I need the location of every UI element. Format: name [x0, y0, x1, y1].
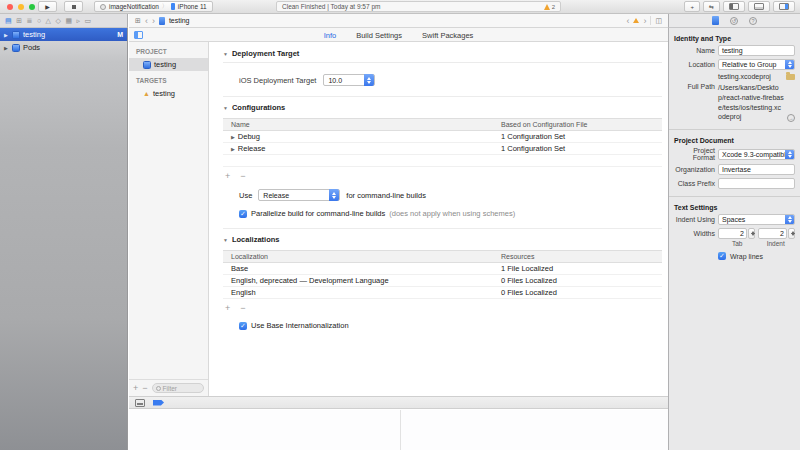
symbol-navigator-icon[interactable]: ≣ [27, 17, 33, 25]
column-resources: Resources [493, 251, 662, 263]
warning-badge[interactable]: 2 [544, 4, 555, 10]
hide-debug-area-icon[interactable] [135, 399, 145, 407]
project-navigator-icon[interactable]: ▤ [5, 17, 12, 25]
toggle-navigator-button[interactable] [723, 1, 745, 12]
full-path-label: Full Path [674, 83, 715, 90]
remove-target-button[interactable]: − [142, 384, 147, 393]
navigator-item-pods[interactable]: ▶ Pods [0, 41, 127, 54]
tab-build-settings[interactable]: Build Settings [356, 31, 402, 40]
tab-info[interactable]: Info [324, 31, 337, 40]
scheme-selector[interactable]: imageNotification 〉 iPhone 11 [94, 1, 213, 12]
disclosure-icon[interactable]: ▶ [231, 134, 235, 140]
minimize-button[interactable] [18, 4, 24, 10]
dropdown-arrows-icon[interactable] [785, 59, 794, 70]
organization-field[interactable]: Invertase [718, 164, 795, 175]
editor-mode-button[interactable]: ⇆ [703, 1, 720, 12]
reveal-arrow-icon[interactable]: → [787, 114, 795, 122]
tab-width-stepper[interactable]: 2 [718, 228, 755, 239]
indent-using-popup[interactable]: Spaces [718, 214, 795, 225]
tab-width-value[interactable]: 2 [718, 228, 747, 239]
wrap-lines-checkbox[interactable]: ✓ [718, 252, 726, 260]
back-button[interactable]: ‹ [145, 17, 148, 25]
test-navigator-icon[interactable]: ◇ [56, 17, 61, 25]
column-based-on: Based on Configuration File [493, 119, 662, 131]
indent-width-value[interactable]: 2 [758, 228, 787, 239]
dropdown-arrows-icon[interactable] [785, 214, 794, 225]
breakpoints-toggle-icon[interactable] [153, 400, 164, 406]
stop-button[interactable] [64, 1, 83, 12]
related-items-icon[interactable]: ⊞ [135, 17, 141, 25]
sidebar-item-target-testing[interactable]: ▲ testing [129, 87, 208, 100]
run-button[interactable]: ▶ [38, 1, 57, 12]
table-footer-row [223, 155, 662, 167]
add-target-button[interactable]: + [133, 384, 138, 393]
deployment-target-combo[interactable]: 10.0 [323, 74, 375, 86]
breakpoint-navigator-icon[interactable]: ▹ [77, 17, 81, 25]
table-row[interactable]: English, deprecated — Development Langua… [223, 275, 662, 287]
tab-swift-packages[interactable]: Swift Packages [422, 31, 473, 40]
file-inspector: Identity and Type Name testing Location … [668, 28, 800, 450]
add-configuration-button[interactable]: + [225, 172, 230, 181]
fullscreen-button[interactable] [29, 4, 35, 10]
popup-value: Release [263, 192, 289, 199]
sidebar-item-label: testing [153, 89, 175, 98]
xcode-window: ▶ imageNotification 〉 iPhone 11 Clean Fi… [0, 0, 800, 450]
base-internationalization-checkbox[interactable]: ✓ [239, 322, 247, 330]
filter-input[interactable]: Filter [152, 383, 204, 393]
remove-configuration-button[interactable]: − [240, 172, 245, 181]
name-field[interactable]: testing [718, 45, 795, 56]
location-popup[interactable]: Relative to Group [718, 59, 795, 70]
remove-localization-button[interactable]: − [240, 304, 245, 313]
debug-navigator-icon[interactable]: ▦ [65, 17, 72, 25]
report-navigator-icon[interactable]: ▭ [85, 17, 92, 25]
add-localization-button[interactable]: + [225, 304, 230, 313]
file-inspector-icon[interactable] [712, 16, 719, 25]
jumpbar-file-name[interactable]: testing [169, 17, 190, 24]
table-row[interactable]: ▶Release 1 Configuration Set [223, 143, 662, 155]
toggle-inspector-button[interactable] [773, 1, 795, 12]
disclosure-icon[interactable]: ▼ [223, 105, 228, 111]
dropdown-arrows-icon[interactable] [364, 74, 374, 86]
disclosure-icon[interactable]: ▶ [4, 32, 9, 38]
debug-area-divider[interactable] [400, 410, 401, 450]
navigator-pane-icon [729, 3, 739, 10]
folder-icon[interactable] [786, 74, 795, 80]
disclosure-icon[interactable]: ▶ [4, 45, 9, 51]
library-button[interactable]: + [684, 1, 700, 12]
parallelize-checkbox[interactable]: ✓ [239, 210, 247, 218]
previous-issue-button[interactable]: ‹ [626, 17, 629, 25]
sidebar-item-project-testing[interactable]: testing [129, 58, 208, 71]
source-control-navigator-icon[interactable]: ⊞ [16, 17, 22, 25]
dropdown-arrows-icon[interactable] [785, 149, 794, 160]
scheme-name[interactable]: imageNotification [109, 3, 159, 10]
class-prefix-field[interactable] [718, 178, 795, 189]
indent-width-stepper[interactable]: 2 [758, 228, 795, 239]
next-issue-button[interactable]: › [643, 17, 646, 25]
dropdown-arrows-icon[interactable] [329, 189, 339, 201]
inspector-tab-bar: ↺ ? [668, 14, 800, 28]
stepper-arrows-icon[interactable] [748, 228, 755, 239]
command-line-config-popup[interactable]: Release [258, 189, 340, 201]
disclosure-icon[interactable]: ▶ [231, 146, 235, 152]
table-row[interactable]: ▶Debug 1 Configuration Set [223, 131, 662, 143]
find-navigator-icon[interactable]: ○ [37, 17, 41, 24]
table-row[interactable]: English 0 Files Localized [223, 287, 662, 299]
quick-help-inspector-icon[interactable]: ? [749, 17, 757, 25]
use-label: Use [239, 191, 252, 200]
scheme-device[interactable]: iPhone 11 [178, 3, 207, 10]
play-icon: ▶ [45, 3, 50, 10]
stepper-arrows-icon[interactable] [788, 228, 795, 239]
history-inspector-icon[interactable]: ↺ [730, 17, 738, 25]
editor-layout-icon[interactable]: ◫ [655, 17, 662, 25]
close-button[interactable] [7, 4, 13, 10]
disclosure-icon[interactable]: ▼ [223, 51, 228, 57]
table-row[interactable]: Base 1 File Localized [223, 263, 662, 275]
issue-navigator-icon[interactable]: △ [46, 17, 51, 25]
disclosure-icon[interactable]: ▼ [223, 237, 228, 243]
project-format-popup[interactable]: Xcode 9.3-compatible [718, 149, 795, 160]
issue-warning-icon[interactable] [633, 18, 639, 23]
full-path-value: /Users/kans/Desktop/react-native-firebas… [718, 83, 784, 122]
forward-button[interactable]: › [152, 17, 155, 25]
navigator-item-testing[interactable]: ▶ testing M [0, 28, 127, 41]
toggle-debug-area-button[interactable] [748, 1, 770, 12]
